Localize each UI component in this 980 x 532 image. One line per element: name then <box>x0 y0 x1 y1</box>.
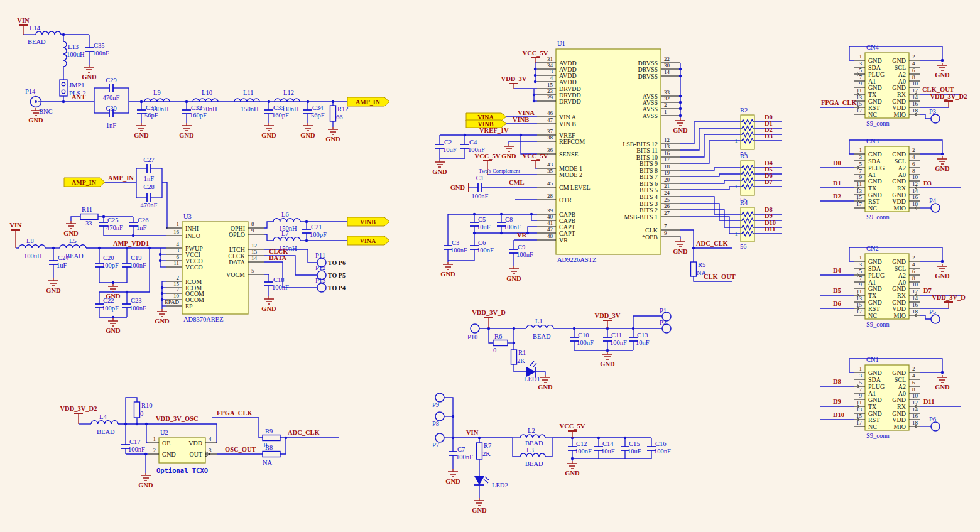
svg-text:1nF: 1nF <box>144 175 155 182</box>
svg-text:18: 18 <box>664 163 670 170</box>
svg-text:RX: RX <box>897 91 906 98</box>
text-to-p5: TO P5 <box>328 272 346 279</box>
svg-text:BITS 7: BITS 7 <box>640 173 658 180</box>
svg-text:L7: L7 <box>281 230 289 237</box>
svg-text:TO P5: TO P5 <box>328 272 346 279</box>
svg-text:GND: GND <box>450 184 466 191</box>
svg-text:35: 35 <box>547 168 553 174</box>
svg-text:GND: GND <box>935 384 950 391</box>
svg-text:16: 16 <box>912 194 918 200</box>
svg-text:C19: C19 <box>131 254 142 261</box>
svg-text:C26: C26 <box>138 217 149 224</box>
svg-text:INHI: INHI <box>185 225 199 232</box>
svg-text:C23: C23 <box>131 297 142 304</box>
svg-text:BITS 2: BITS 2 <box>640 207 658 214</box>
svg-text:D9: D9 <box>833 398 841 405</box>
svg-text:40: 40 <box>547 214 553 220</box>
svg-text:7: 7 <box>859 275 863 281</box>
svg-text:41: 41 <box>547 220 553 226</box>
text-led2: LED2 <box>492 482 508 489</box>
svg-text:1: 1 <box>859 53 863 60</box>
svg-text:P11: P11 <box>315 252 325 259</box>
svg-text:9: 9 <box>251 227 254 234</box>
svg-text:D10: D10 <box>833 411 844 418</box>
svg-text:14: 14 <box>251 255 258 261</box>
text-1: 1 <box>735 183 738 190</box>
svg-text:L13: L13 <box>68 43 79 50</box>
svg-text:100uH: 100uH <box>24 252 42 259</box>
svg-text:100nF: 100nF <box>128 446 145 453</box>
svg-text:6: 6 <box>912 268 915 274</box>
svg-text:SCL: SCL <box>895 265 906 272</box>
svg-text:SCL: SCL <box>895 64 906 71</box>
svg-text:38: 38 <box>547 134 553 141</box>
svg-text:1nF: 1nF <box>136 224 147 231</box>
svg-text:DRVDD: DRVDD <box>559 98 581 105</box>
svg-text:VIN: VIN <box>9 222 22 229</box>
svg-text:RST: RST <box>868 305 879 312</box>
svg-text:C35: C35 <box>94 42 105 49</box>
svg-text:S9_conn: S9_conn <box>866 432 890 439</box>
svg-text:P3: P3 <box>929 108 936 115</box>
text-two-s-complement: Two's Complement <box>479 168 521 174</box>
svg-text:PLUG: PLUG <box>868 383 885 390</box>
svg-text:S9_conn: S9_conn <box>866 214 890 220</box>
svg-text:15: 15 <box>547 82 553 88</box>
svg-text:BITS 5: BITS 5 <box>640 187 658 193</box>
svg-text:7: 7 <box>859 168 863 174</box>
svg-text:BNC: BNC <box>39 108 53 115</box>
svg-text:2: 2 <box>912 147 915 153</box>
svg-text:GND: GND <box>261 305 276 312</box>
svg-text:R5: R5 <box>698 261 705 268</box>
svg-text:D1: D1 <box>833 180 841 187</box>
svg-text:VCCO: VCCO <box>185 264 203 271</box>
svg-text:VDD_3V_OSC: VDD_3V_OSC <box>156 415 199 422</box>
svg-text:100nF: 100nF <box>477 247 494 254</box>
svg-text:AMP_IN: AMP_IN <box>356 99 381 106</box>
svg-text:100nF: 100nF <box>129 305 146 312</box>
svg-text:C8: C8 <box>505 216 513 223</box>
svg-text:S9_conn: S9_conn <box>866 321 890 328</box>
svg-text:8: 8 <box>912 275 915 281</box>
svg-text:C16: C16 <box>655 440 667 447</box>
svg-text:2: 2 <box>912 366 915 372</box>
svg-text:16: 16 <box>173 229 180 235</box>
svg-text:TO P4: TO P4 <box>328 285 346 291</box>
svg-text:SDA: SDA <box>868 376 881 383</box>
svg-text:C25: C25 <box>107 217 119 224</box>
svg-text:BEAD: BEAD <box>97 428 115 435</box>
svg-text:SCL: SCL <box>895 158 906 165</box>
svg-text:37: 37 <box>547 128 553 134</box>
svg-text:CLK_OUT: CLK_OUT <box>704 273 736 280</box>
text-1: 1 <box>735 138 738 144</box>
svg-text:8: 8 <box>251 221 254 227</box>
svg-text:GND: GND <box>106 293 121 300</box>
svg-text:4: 4 <box>912 372 915 379</box>
svg-text:R3: R3 <box>740 153 748 160</box>
svg-text:GND: GND <box>82 73 97 80</box>
svg-text:C14: C14 <box>602 440 614 447</box>
svg-text:9: 9 <box>859 174 863 180</box>
text-c29: C29 <box>106 77 117 84</box>
svg-text:GND: GND <box>892 258 906 265</box>
svg-text:D6: D6 <box>833 300 841 307</box>
svg-text:A2: A2 <box>898 272 906 279</box>
svg-text:C4: C4 <box>469 139 477 146</box>
svg-text:BITS 11: BITS 11 <box>636 147 658 154</box>
svg-text:C29: C29 <box>106 77 117 84</box>
svg-text:23: 23 <box>547 88 553 94</box>
svg-text:C13: C13 <box>637 332 648 339</box>
svg-text:13: 13 <box>856 188 863 194</box>
svg-text:RST: RST <box>868 104 879 111</box>
svg-text:270nH: 270nH <box>199 106 217 112</box>
svg-text:3: 3 <box>859 261 863 268</box>
svg-text:L2: L2 <box>528 427 535 434</box>
svg-text:VINA: VINA <box>477 114 494 121</box>
svg-text:R4: R4 <box>740 199 748 206</box>
text-p14: P14 <box>25 88 36 95</box>
svg-text:OE: OE <box>162 440 170 447</box>
svg-text:L5: L5 <box>69 237 77 244</box>
svg-text:10uF: 10uF <box>601 448 615 455</box>
svg-text:D11: D11 <box>923 398 935 405</box>
svg-text:AMP_VDD1: AMP_VDD1 <box>113 240 149 247</box>
